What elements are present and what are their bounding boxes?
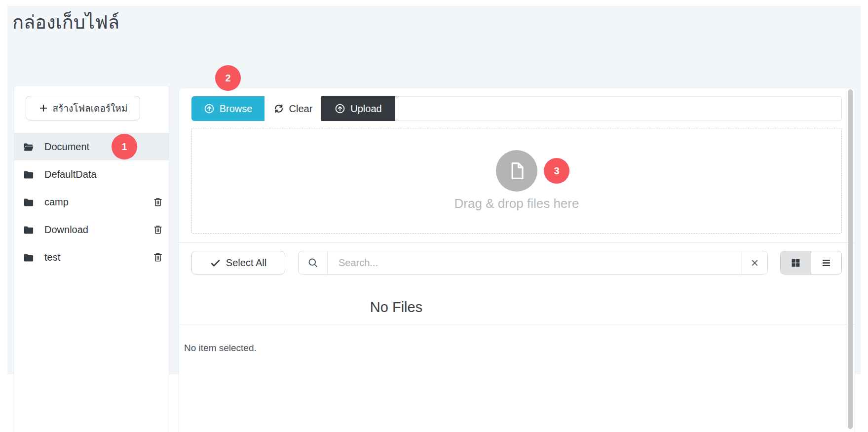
screen: กล่องเก็บไฟล์ สร้างโฟลเดอร์ใหม่ Document… xyxy=(0,0,868,432)
folder-label: camp xyxy=(44,196,69,208)
folder-item-download[interactable]: Download xyxy=(14,216,169,243)
magnifier-icon xyxy=(307,257,319,269)
callout-badge-1: 1 xyxy=(112,134,137,159)
folder-label: Download xyxy=(44,224,88,236)
arrow-circle-up-icon xyxy=(335,103,345,114)
clear-button[interactable]: Clear xyxy=(264,96,321,121)
upload-button-group: Browse Clear Upload xyxy=(191,96,395,121)
grid-view-button[interactable] xyxy=(781,251,811,274)
file-icon xyxy=(507,161,527,181)
folder-icon xyxy=(23,224,34,236)
folder-icon xyxy=(23,169,34,180)
plus-icon xyxy=(38,103,48,113)
clear-search-button[interactable] xyxy=(742,251,767,274)
delete-folder-button[interactable] xyxy=(151,251,164,264)
view-toggle-group xyxy=(780,251,842,275)
folder-label: test xyxy=(44,252,60,263)
trash-icon xyxy=(152,252,163,263)
page-title: กล่องเก็บไฟล์ xyxy=(12,11,119,35)
dropzone-file-circle: 3 xyxy=(496,150,537,192)
trash-icon xyxy=(152,224,163,235)
upload-label: Upload xyxy=(350,103,381,115)
dropzone-hint: Drag & drop files here xyxy=(454,196,579,211)
scrollbar-thumb[interactable] xyxy=(848,89,853,429)
folder-icon xyxy=(23,252,34,263)
browse-button[interactable]: Browse xyxy=(191,96,264,121)
check-icon xyxy=(210,258,221,268)
list-view-button[interactable] xyxy=(811,251,841,274)
file-panel: 2 Browse Clear xyxy=(179,88,855,432)
browse-label: Browse xyxy=(220,103,253,115)
divider xyxy=(179,242,855,243)
clear-label: Clear xyxy=(289,103,313,115)
list-icon xyxy=(821,258,831,268)
arrow-circle-up-icon xyxy=(204,103,215,114)
callout-badge-2: 2 xyxy=(215,65,241,91)
x-icon xyxy=(750,258,759,268)
create-folder-label: สร้างโฟลเดอร์ใหม่ xyxy=(53,101,128,116)
folder-sidebar: สร้างโฟลเดอร์ใหม่ Document 1 DefaultData xyxy=(14,85,169,432)
no-selection-text: No item selected. xyxy=(184,343,257,353)
folder-open-icon xyxy=(23,141,34,153)
folder-item-document[interactable]: Document 1 xyxy=(14,133,169,160)
search-group xyxy=(298,251,768,275)
callout-badge-3: 3 xyxy=(544,158,569,184)
folder-list: Document 1 DefaultData camp xyxy=(14,133,169,271)
folder-icon xyxy=(23,196,34,208)
folder-label: DefaultData xyxy=(44,169,97,180)
folder-item-defaultdata[interactable]: DefaultData xyxy=(14,160,169,188)
upload-button[interactable]: Upload xyxy=(321,96,395,121)
create-folder-button[interactable]: สร้างโฟลเดอร์ใหม่ xyxy=(26,96,140,120)
folder-item-camp[interactable]: camp xyxy=(14,188,169,216)
grid-icon xyxy=(791,258,801,268)
dropzone[interactable]: 3 Drag & drop files here xyxy=(191,128,842,234)
folder-item-test[interactable]: test xyxy=(14,243,169,271)
select-all-label: Select All xyxy=(226,257,266,269)
empty-files-title: No Files xyxy=(179,299,613,315)
folder-label: Document xyxy=(44,141,89,153)
search-input[interactable] xyxy=(328,251,742,274)
upload-toolbar: Browse Clear Upload xyxy=(191,96,842,121)
select-all-button[interactable]: Select All xyxy=(191,251,285,275)
delete-folder-button[interactable] xyxy=(151,196,164,208)
divider xyxy=(179,324,855,324)
delete-folder-button[interactable] xyxy=(151,223,164,236)
search-icon-box xyxy=(299,251,328,274)
trash-icon xyxy=(152,196,163,207)
refresh-icon xyxy=(273,103,284,114)
